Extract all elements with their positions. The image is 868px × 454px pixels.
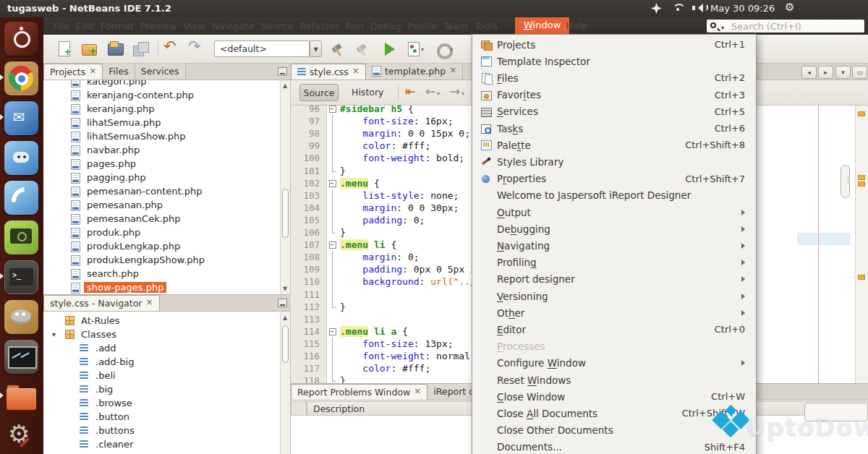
system-monitor-icon[interactable] bbox=[4, 340, 38, 374]
css-class-item[interactable]: .cleaner bbox=[43, 438, 291, 452]
tab-template-php[interactable]: template.php × bbox=[366, 64, 463, 80]
chrome-icon[interactable] bbox=[4, 61, 38, 95]
maximize-window-icon[interactable]: ▭ bbox=[852, 66, 867, 79]
messenger-icon[interactable] bbox=[4, 141, 38, 175]
build-icon[interactable] bbox=[328, 40, 347, 59]
volume-icon[interactable] bbox=[692, 3, 705, 13]
undo-icon[interactable]: ↶ bbox=[162, 40, 181, 59]
settings-icon[interactable] bbox=[4, 419, 38, 453]
window-menu-item[interactable]: Close WindowCtrl+W bbox=[473, 388, 755, 405]
window-menu-item[interactable]: TasksCtrl+6 bbox=[473, 120, 755, 137]
menu-edit[interactable]: Edit bbox=[76, 21, 94, 32]
window-menu-item[interactable]: Report designer bbox=[473, 271, 755, 288]
minimize-panel-icon[interactable] bbox=[278, 67, 287, 76]
window-menu-item[interactable]: FilesCtrl+2 bbox=[473, 69, 755, 86]
css-class-item[interactable]: .add bbox=[43, 342, 291, 356]
file-item[interactable]: pemesananCek.php bbox=[43, 213, 291, 226]
redo-icon[interactable]: ↷ bbox=[187, 40, 205, 59]
tab-report-problems[interactable]: Report Problems Window × bbox=[291, 384, 427, 400]
menu-preview[interactable]: Preview bbox=[140, 21, 177, 32]
menu-run[interactable]: Run bbox=[346, 21, 364, 32]
tab-services[interactable]: Services bbox=[135, 64, 186, 80]
window-menu-item[interactable]: Navigating bbox=[473, 237, 755, 254]
css-class-item[interactable]: .add-big bbox=[43, 356, 291, 369]
fold-marker[interactable] bbox=[328, 325, 337, 338]
back-dropdown-icon[interactable]: ▾ bbox=[437, 90, 440, 97]
window-menu-item[interactable]: Close All DocumentsCtrl+Shift+W bbox=[473, 405, 755, 421]
window-menu-item[interactable]: Close Other Documents bbox=[473, 422, 755, 439]
window-menu-item[interactable]: ProjectsCtrl+1 bbox=[473, 36, 755, 53]
file-item[interactable]: pemesanan.php bbox=[43, 199, 291, 213]
indicator-star-icon[interactable] bbox=[651, 3, 662, 14]
tab-projects[interactable]: Projects × bbox=[43, 64, 103, 80]
window-menu-item[interactable]: Debugging bbox=[473, 220, 755, 237]
debug-dropdown-icon[interactable]: ▾ bbox=[421, 46, 424, 53]
file-item[interactable]: lihatSemua.php bbox=[43, 116, 291, 130]
window-menu-item[interactable]: Styles Library bbox=[473, 153, 755, 170]
clock[interactable]: May 30 09:26 bbox=[710, 3, 775, 14]
file-item[interactable]: produkLengkapShow.php bbox=[43, 254, 291, 267]
wifi-icon[interactable] bbox=[673, 3, 684, 12]
file-item[interactable]: keranjang-content.php bbox=[43, 89, 291, 103]
window-menu-item[interactable]: FavoritesCtrl+3 bbox=[473, 87, 755, 103]
window-menu-item[interactable]: ServicesCtrl+5 bbox=[473, 103, 755, 120]
file-item[interactable]: lihatSemuaShow.php bbox=[43, 130, 291, 144]
tab-navigator[interactable]: style.css - Navigator × bbox=[43, 295, 160, 311]
navigator-group[interactable]: At-Rules bbox=[43, 314, 291, 328]
menu-source[interactable]: Source bbox=[261, 21, 294, 32]
tab-list-icon[interactable]: ▾ bbox=[835, 66, 851, 79]
menu-tools[interactable]: Tools bbox=[475, 21, 498, 32]
profile-dropdown-icon[interactable]: ▾ bbox=[450, 46, 453, 53]
window-menu-item[interactable]: PropertiesCtrl+Shift+7 bbox=[473, 171, 755, 187]
menu-view[interactable]: View bbox=[183, 21, 205, 32]
files-icon[interactable] bbox=[4, 380, 38, 414]
window-menu-item[interactable]: Other bbox=[473, 304, 755, 321]
terminal-icon[interactable] bbox=[4, 260, 38, 294]
css-class-item[interactable]: .browse bbox=[43, 397, 291, 411]
projects-scrollbar[interactable]: ▲ ▼ bbox=[280, 80, 290, 294]
close-icon[interactable]: × bbox=[414, 386, 421, 396]
close-icon[interactable]: × bbox=[352, 66, 359, 76]
history-view-button[interactable]: History bbox=[346, 87, 389, 98]
file-item[interactable]: pemesanan-content.php bbox=[43, 185, 291, 199]
file-item[interactable]: pages.php bbox=[43, 158, 291, 171]
file-item[interactable]: produkLengkap.php bbox=[43, 240, 291, 254]
file-item[interactable]: pagging.php bbox=[43, 171, 291, 185]
last-edit-position-icon[interactable]: ⇤ bbox=[405, 84, 421, 100]
menu-profile[interactable]: Profile bbox=[407, 21, 436, 32]
css-class-item[interactable]: .beli bbox=[43, 369, 291, 383]
error-stripe[interactable] bbox=[855, 106, 868, 383]
menu-window[interactable]: Window bbox=[515, 17, 569, 34]
file-item[interactable]: navbar.php bbox=[43, 144, 291, 158]
scroll-tabs-right-icon[interactable]: ▸ bbox=[818, 66, 833, 79]
window-menu-item[interactable]: Versioning bbox=[473, 288, 755, 304]
file-item[interactable]: keranjang.php bbox=[43, 103, 291, 116]
file-item[interactable]: kategori.php bbox=[43, 80, 291, 89]
new-project-icon[interactable] bbox=[80, 40, 98, 59]
css-class-item[interactable]: .big bbox=[43, 383, 291, 397]
configuration-select[interactable]: <default> bbox=[214, 40, 310, 57]
css-class-item[interactable]: .buttons bbox=[43, 424, 291, 438]
close-icon[interactable]: × bbox=[89, 66, 96, 76]
window-menu-item[interactable]: Configure Window bbox=[473, 355, 755, 372]
clean-build-icon[interactable] bbox=[353, 40, 372, 59]
tab-style-css[interactable]: style.css × bbox=[291, 64, 366, 80]
forward-dropdown-icon[interactable]: ▾ bbox=[461, 90, 464, 97]
window-menu-item[interactable]: Template Inspector bbox=[473, 53, 755, 69]
navigator-group[interactable]: ▾Classes bbox=[43, 328, 291, 342]
menu-debug[interactable]: Debug bbox=[370, 21, 401, 32]
splitter-handle[interactable] bbox=[841, 165, 850, 198]
software-center-icon[interactable] bbox=[4, 220, 38, 254]
configuration-select-arrow[interactable]: ▼ bbox=[310, 40, 322, 57]
session-gear-icon[interactable]: ⚙ bbox=[785, 1, 794, 14]
fold-marker[interactable] bbox=[328, 104, 337, 115]
window-menu-item[interactable]: Reset Windows bbox=[473, 372, 755, 388]
quick-search-input[interactable]: ▾ Search (Ctrl+I) bbox=[706, 19, 865, 33]
window-menu-item[interactable]: Welcome to Jaspersoft iReport Designer bbox=[473, 187, 755, 204]
media-app-icon[interactable] bbox=[4, 181, 38, 215]
css-class-item[interactable]: .button bbox=[43, 411, 291, 424]
scroll-tabs-left-icon[interactable]: ◂ bbox=[801, 66, 817, 79]
file-item[interactable]: show-pages.php bbox=[43, 281, 291, 294]
menu-help[interactable]: Help bbox=[566, 20, 587, 31]
fold-marker[interactable] bbox=[328, 239, 337, 251]
